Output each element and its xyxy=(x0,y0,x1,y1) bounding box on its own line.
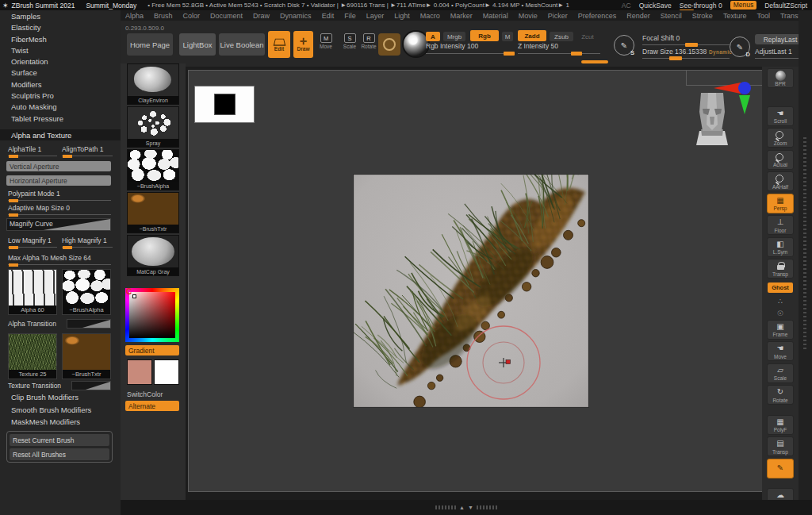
menu-item[interactable]: Stencil xyxy=(661,12,682,20)
right-shelf-button[interactable]: L.Sym xyxy=(767,237,794,257)
vertical-aperture-button[interactable]: Vertical Aperture xyxy=(6,161,111,171)
menu-item[interactable]: Movie xyxy=(519,12,538,20)
live-boolean-button[interactable]: Live Boolean xyxy=(219,33,265,56)
menu-item[interactable]: Layer xyxy=(366,12,385,20)
draw-button[interactable]: ✛ Draw xyxy=(293,31,313,58)
rgb-toggle[interactable]: Rgb xyxy=(470,30,499,41)
tray-divider-handle[interactable] xyxy=(803,137,806,352)
menu-item[interactable]: Brush xyxy=(154,12,173,20)
dynamic-draw-size-toggle[interactable]: Dynamic xyxy=(709,49,732,55)
menu-item[interactable]: Material xyxy=(483,12,508,20)
menu-item[interactable]: File xyxy=(344,12,356,20)
alpha-and-texture-header[interactable]: Alpha and Texture xyxy=(0,129,121,140)
right-shelf-button[interactable]: Move xyxy=(767,341,794,361)
right-shelf-button[interactable]: AAHalf xyxy=(767,171,794,191)
right-shelf-button[interactable]: Transp xyxy=(767,436,794,456)
menu-item[interactable]: Picker xyxy=(548,12,568,20)
z-intensity-slider[interactable]: Z Intensity 50 xyxy=(518,42,558,50)
palette-section-header[interactable]: Sculptris Pro xyxy=(11,91,63,102)
z-intensity-handle[interactable] xyxy=(571,52,582,56)
high-magnify-slider[interactable]: High Magnify 1 xyxy=(62,236,113,248)
palette-section-header[interactable]: Smooth Brush Modifiers xyxy=(11,405,91,418)
a-toggle[interactable]: A xyxy=(426,32,440,41)
right-shelf-button[interactable]: Transp xyxy=(767,259,794,279)
right-shelf-button[interactable]: Line Fill xyxy=(764,407,796,415)
home-page-button[interactable]: Home Page xyxy=(127,33,173,56)
menu-item[interactable]: Marker xyxy=(450,12,473,20)
stroke-button[interactable] xyxy=(378,33,400,56)
shelf-thumbnail[interactable]: MatCap Gray xyxy=(127,235,179,276)
adaptive-map-size-slider[interactable]: Adaptive Map Size 0 xyxy=(8,204,111,215)
default-zscript-button[interactable]: DefaultZScript xyxy=(764,2,807,10)
right-shelf-button[interactable] xyxy=(767,459,794,478)
move-button[interactable]: M Move xyxy=(316,33,336,49)
draw-size-handle[interactable] xyxy=(669,56,682,60)
tray-collapse-up[interactable]: ▲ xyxy=(459,505,465,510)
canvas-area[interactable] xyxy=(188,70,797,492)
menu-item[interactable]: Document xyxy=(210,12,243,20)
replay-curve-button[interactable]: ✎D xyxy=(730,37,750,57)
right-shelf-button[interactable]: Scroll xyxy=(767,106,794,126)
shelf-thumbnail[interactable]: ClayEnviron xyxy=(127,63,179,105)
rotate-button[interactable]: R Rotate xyxy=(358,33,379,49)
right-shelf-button[interactable]: Ghost xyxy=(768,282,793,293)
current-alpha-sphere[interactable] xyxy=(404,32,428,56)
adjust-last-slider[interactable]: AdjustLast 1 xyxy=(755,48,792,56)
right-shelf-button[interactable]: Zoom xyxy=(767,128,794,148)
texture-25-thumbnail[interactable]: Texture 25 xyxy=(8,333,57,379)
alphatile-slider[interactable]: AlphaTile 1 xyxy=(8,145,57,156)
reset-current-brush-button[interactable]: Reset Current Brush xyxy=(10,434,109,446)
secondary-color-swatch[interactable] xyxy=(154,359,179,385)
palette-section-header[interactable]: Twist xyxy=(11,46,63,57)
right-shelf-button[interactable] xyxy=(767,308,794,320)
menu-item[interactable]: Stroke xyxy=(692,12,713,20)
magnify-curve-widget[interactable]: Magnify Curve xyxy=(6,218,111,231)
tray-divider-dots[interactable] xyxy=(477,505,497,509)
right-shelf-button[interactable]: Actual xyxy=(767,150,794,170)
alpha-60-thumbnail[interactable]: Alpha 60 xyxy=(8,269,57,315)
lightbox-button[interactable]: LightBox xyxy=(179,33,216,56)
horizontal-aperture-button[interactable]: Horizontal Aperture xyxy=(6,175,111,186)
right-shelf-button[interactable]: Frame xyxy=(767,320,794,340)
right-shelf-button[interactable]: Persp xyxy=(767,194,794,213)
zcut-toggle[interactable]: Zcut xyxy=(577,32,598,41)
polypaint-mode-slider[interactable]: Polypaint Mode 1 xyxy=(8,190,111,201)
menu-item[interactable]: Alpha xyxy=(125,12,144,20)
palette-section-header[interactable]: Auto Masking xyxy=(11,102,63,113)
palette-section-header[interactable]: Elasticity xyxy=(11,23,63,34)
right-shelf-button[interactable]: Floor xyxy=(767,215,794,235)
color-picker[interactable]: C xyxy=(125,288,179,342)
menu-item[interactable]: Render xyxy=(626,12,650,20)
document-canvas[interactable] xyxy=(354,175,588,407)
palette-section-header[interactable]: MaskMesh Modifiers xyxy=(11,417,91,430)
texture-transition-curve[interactable] xyxy=(71,381,111,390)
brush-txtr-thumbnail[interactable]: ~BrushTxtr xyxy=(62,333,111,379)
menu-item[interactable]: Macro xyxy=(420,12,440,20)
menu-item[interactable]: Light xyxy=(394,12,410,20)
focal-shift-handle[interactable] xyxy=(685,43,698,47)
tray-collapse-down[interactable]: ▼ xyxy=(468,505,473,510)
shelf-thumbnail[interactable]: Spray xyxy=(127,106,179,148)
m-toggle[interactable]: M xyxy=(502,32,513,41)
axis-orientation-gizmo[interactable] xyxy=(712,79,753,115)
menu-item[interactable]: Texture xyxy=(723,12,747,20)
right-shelf-button[interactable]: PolyF xyxy=(767,415,794,435)
gradient-button[interactable]: Gradient xyxy=(125,345,179,356)
main-color-swatch[interactable] xyxy=(127,359,152,385)
low-magnify-slider[interactable]: Low Magnify 1 xyxy=(8,236,57,248)
mrgb-toggle[interactable]: Mrgb xyxy=(443,32,465,41)
right-shelf-button[interactable]: BPR xyxy=(767,68,794,88)
zadd-toggle[interactable]: Zadd xyxy=(518,30,546,41)
brush-alpha-thumbnail[interactable]: ~BrushAlpha xyxy=(62,269,111,315)
palette-section-header[interactable]: Samples xyxy=(11,12,63,23)
rgb-intensity-slider[interactable]: Rgb Intensity 100 xyxy=(426,42,478,50)
shelf-thumbnail[interactable]: ~BrushAlpha xyxy=(127,149,179,190)
menu-item[interactable]: Dynamics xyxy=(280,12,312,20)
stroke-curve-button[interactable]: ✎S xyxy=(614,35,634,56)
see-through-slider[interactable]: See-through 0 xyxy=(680,2,722,10)
tray-divider-dots[interactable] xyxy=(435,505,456,509)
menu-item[interactable]: Tool xyxy=(756,12,770,20)
reset-all-brushes-button[interactable]: Reset All Brushes xyxy=(10,448,109,460)
menus-button[interactable]: Menus xyxy=(730,1,757,10)
right-shelf-button[interactable]: Rotate xyxy=(767,385,794,405)
